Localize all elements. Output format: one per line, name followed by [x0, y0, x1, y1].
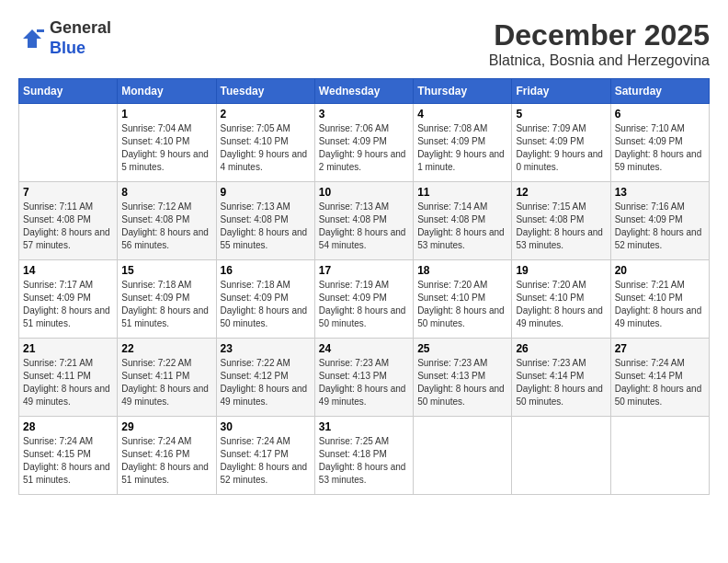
location-subtitle: Blatnica, Bosnia and Herzegovina	[489, 52, 710, 69]
day-info: Sunrise: 7:22 AMSunset: 4:11 PMDaylight:…	[121, 357, 211, 408]
calendar-cell	[512, 417, 610, 495]
day-info: Sunrise: 7:21 AMSunset: 4:11 PMDaylight:…	[23, 357, 113, 408]
calendar-cell: 11Sunrise: 7:14 AMSunset: 4:08 PMDayligh…	[414, 182, 512, 260]
calendar-cell: 28Sunrise: 7:24 AMSunset: 4:15 PMDayligh…	[19, 417, 118, 495]
day-number: 7	[23, 186, 113, 199]
day-info: Sunrise: 7:23 AMSunset: 4:13 PMDaylight:…	[417, 357, 507, 408]
day-info: Sunrise: 7:18 AMSunset: 4:09 PMDaylight:…	[221, 279, 311, 330]
calendar-cell: 18Sunrise: 7:20 AMSunset: 4:10 PMDayligh…	[414, 260, 512, 339]
calendar-week: 28Sunrise: 7:24 AMSunset: 4:15 PMDayligh…	[19, 417, 710, 495]
day-number: 16	[221, 264, 311, 277]
page-header: General Blue December 2025 Blatnica, Bos…	[18, 18, 710, 69]
logo: General Blue	[18, 18, 111, 58]
calendar-cell: 25Sunrise: 7:23 AMSunset: 4:13 PMDayligh…	[414, 339, 512, 417]
day-number: 25	[417, 342, 507, 355]
day-number: 18	[417, 264, 507, 277]
title-section: December 2025 Blatnica, Bosnia and Herze…	[489, 18, 710, 69]
day-number: 20	[615, 264, 705, 277]
day-info: Sunrise: 7:05 AMSunset: 4:10 PMDaylight:…	[221, 122, 311, 174]
day-info: Sunrise: 7:10 AMSunset: 4:09 PMDaylight:…	[615, 122, 705, 174]
day-info: Sunrise: 7:12 AMSunset: 4:08 PMDaylight:…	[121, 201, 211, 252]
calendar-cell	[414, 417, 512, 495]
day-number: 6	[615, 108, 705, 121]
logo-text: General Blue	[50, 18, 111, 58]
day-info: Sunrise: 7:17 AMSunset: 4:09 PMDaylight:…	[23, 279, 113, 330]
day-info: Sunrise: 7:20 AMSunset: 4:10 PMDaylight:…	[516, 279, 606, 330]
day-info: Sunrise: 7:09 AMSunset: 4:09 PMDaylight:…	[516, 122, 606, 174]
day-info: Sunrise: 7:13 AMSunset: 4:08 PMDaylight:…	[319, 201, 409, 252]
day-number: 15	[121, 264, 211, 277]
day-info: Sunrise: 7:23 AMSunset: 4:13 PMDaylight:…	[319, 357, 409, 408]
calendar-cell	[19, 104, 118, 182]
calendar-cell: 4Sunrise: 7:08 AMSunset: 4:09 PMDaylight…	[414, 104, 512, 182]
calendar-cell	[610, 417, 709, 495]
day-number: 17	[319, 264, 409, 277]
day-info: Sunrise: 7:18 AMSunset: 4:09 PMDaylight:…	[121, 279, 211, 330]
day-info: Sunrise: 7:08 AMSunset: 4:09 PMDaylight:…	[417, 122, 507, 174]
calendar-cell: 3Sunrise: 7:06 AMSunset: 4:09 PMDaylight…	[314, 104, 413, 182]
weekday-header: Monday	[118, 79, 216, 104]
weekday-header: Tuesday	[216, 79, 314, 104]
day-number: 1	[121, 108, 211, 121]
day-info: Sunrise: 7:15 AMSunset: 4:08 PMDaylight:…	[516, 201, 606, 252]
calendar-week: 7Sunrise: 7:11 AMSunset: 4:08 PMDaylight…	[19, 182, 710, 260]
day-number: 2	[221, 108, 311, 121]
month-title: December 2025	[489, 18, 710, 52]
calendar-header: SundayMondayTuesdayWednesdayThursdayFrid…	[19, 79, 710, 104]
day-number: 23	[221, 342, 311, 355]
day-number: 29	[121, 420, 211, 433]
calendar-cell: 17Sunrise: 7:19 AMSunset: 4:09 PMDayligh…	[314, 260, 413, 339]
day-info: Sunrise: 7:24 AMSunset: 4:17 PMDaylight:…	[221, 435, 311, 487]
day-number: 3	[319, 108, 409, 121]
day-info: Sunrise: 7:22 AMSunset: 4:12 PMDaylight:…	[221, 357, 311, 408]
day-info: Sunrise: 7:23 AMSunset: 4:14 PMDaylight:…	[516, 357, 606, 408]
calendar-cell: 12Sunrise: 7:15 AMSunset: 4:08 PMDayligh…	[512, 182, 610, 260]
day-info: Sunrise: 7:24 AMSunset: 4:14 PMDaylight:…	[615, 357, 705, 408]
calendar-cell: 16Sunrise: 7:18 AMSunset: 4:09 PMDayligh…	[216, 260, 314, 339]
calendar-cell: 13Sunrise: 7:16 AMSunset: 4:09 PMDayligh…	[610, 182, 709, 260]
calendar-cell: 6Sunrise: 7:10 AMSunset: 4:09 PMDaylight…	[610, 104, 709, 182]
calendar-cell: 20Sunrise: 7:21 AMSunset: 4:10 PMDayligh…	[610, 260, 709, 339]
weekday-header: Wednesday	[314, 79, 413, 104]
calendar-cell: 22Sunrise: 7:22 AMSunset: 4:11 PMDayligh…	[118, 339, 216, 417]
day-number: 10	[319, 186, 409, 199]
day-number: 11	[417, 186, 507, 199]
weekday-header: Sunday	[19, 79, 118, 104]
calendar-cell: 9Sunrise: 7:13 AMSunset: 4:08 PMDaylight…	[216, 182, 314, 260]
calendar-cell: 26Sunrise: 7:23 AMSunset: 4:14 PMDayligh…	[512, 339, 610, 417]
calendar-cell: 24Sunrise: 7:23 AMSunset: 4:13 PMDayligh…	[314, 339, 413, 417]
day-number: 14	[23, 264, 113, 277]
calendar-cell: 21Sunrise: 7:21 AMSunset: 4:11 PMDayligh…	[19, 339, 118, 417]
calendar-cell: 27Sunrise: 7:24 AMSunset: 4:14 PMDayligh…	[610, 339, 709, 417]
calendar-week: 21Sunrise: 7:21 AMSunset: 4:11 PMDayligh…	[19, 339, 710, 417]
calendar-cell: 30Sunrise: 7:24 AMSunset: 4:17 PMDayligh…	[216, 417, 314, 495]
day-number: 9	[221, 186, 311, 199]
logo-icon	[18, 25, 46, 52]
day-number: 31	[319, 420, 409, 433]
calendar-cell: 14Sunrise: 7:17 AMSunset: 4:09 PMDayligh…	[19, 260, 118, 339]
day-info: Sunrise: 7:20 AMSunset: 4:10 PMDaylight:…	[417, 279, 507, 330]
day-number: 22	[121, 342, 211, 355]
calendar-cell: 8Sunrise: 7:12 AMSunset: 4:08 PMDaylight…	[118, 182, 216, 260]
day-number: 21	[23, 342, 113, 355]
calendar-week: 14Sunrise: 7:17 AMSunset: 4:09 PMDayligh…	[19, 260, 710, 339]
day-number: 26	[516, 342, 606, 355]
day-number: 19	[516, 264, 606, 277]
day-info: Sunrise: 7:04 AMSunset: 4:10 PMDaylight:…	[121, 122, 211, 174]
day-number: 5	[516, 108, 606, 121]
day-number: 28	[23, 420, 113, 433]
calendar-table: SundayMondayTuesdayWednesdayThursdayFrid…	[18, 78, 710, 495]
day-info: Sunrise: 7:14 AMSunset: 4:08 PMDaylight:…	[417, 201, 507, 252]
day-info: Sunrise: 7:24 AMSunset: 4:15 PMDaylight:…	[23, 435, 113, 487]
calendar-cell: 10Sunrise: 7:13 AMSunset: 4:08 PMDayligh…	[314, 182, 413, 260]
calendar-cell: 5Sunrise: 7:09 AMSunset: 4:09 PMDaylight…	[512, 104, 610, 182]
day-info: Sunrise: 7:19 AMSunset: 4:09 PMDaylight:…	[319, 279, 409, 330]
calendar-cell: 7Sunrise: 7:11 AMSunset: 4:08 PMDaylight…	[19, 182, 118, 260]
calendar-cell: 15Sunrise: 7:18 AMSunset: 4:09 PMDayligh…	[118, 260, 216, 339]
day-number: 12	[516, 186, 606, 199]
day-info: Sunrise: 7:21 AMSunset: 4:10 PMDaylight:…	[615, 279, 705, 330]
day-info: Sunrise: 7:11 AMSunset: 4:08 PMDaylight:…	[23, 201, 113, 252]
day-info: Sunrise: 7:24 AMSunset: 4:16 PMDaylight:…	[121, 435, 211, 487]
calendar-cell: 1Sunrise: 7:04 AMSunset: 4:10 PMDaylight…	[118, 104, 216, 182]
day-number: 13	[615, 186, 705, 199]
